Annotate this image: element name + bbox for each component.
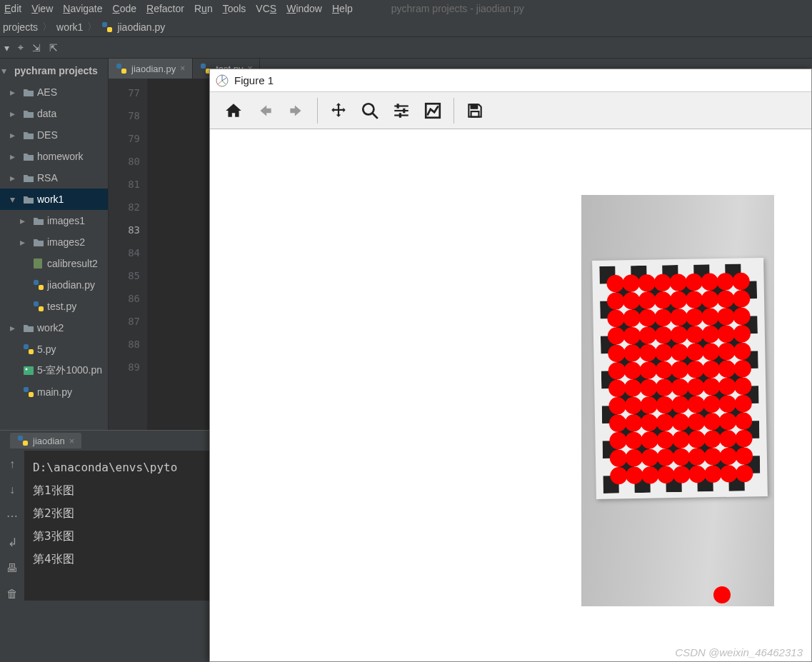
breadcrumb-root[interactable]: projects — [3, 21, 38, 33]
menu-tools[interactable]: Tools — [223, 3, 246, 14]
tree-item-homework[interactable]: ▸homework — [0, 146, 108, 167]
tree-root-label: pychram projects — [14, 65, 98, 76]
close-icon[interactable]: × — [69, 436, 75, 446]
folder-icon — [23, 323, 34, 333]
tree-label: work1 — [37, 194, 64, 205]
chevron-down-icon[interactable]: ▾ — [1, 65, 11, 76]
tree-item-work1[interactable]: ▾work1 — [0, 189, 108, 210]
svg-rect-4 — [39, 285, 44, 290]
forward-button[interactable] — [281, 96, 311, 126]
menu-code[interactable]: Code — [113, 3, 136, 14]
collapse-icon[interactable]: ⇱ — [49, 42, 58, 54]
svg-rect-18 — [23, 441, 28, 446]
figure-canvas[interactable]: CSDN @weixin_46462313 — [210, 129, 811, 661]
calibration-image — [581, 195, 774, 606]
zoom-button[interactable] — [355, 96, 385, 126]
svg-rect-29 — [471, 104, 478, 108]
menu-refactor[interactable]: Refactor — [146, 3, 184, 14]
tab-jiaodian[interactable]: jiaodian.py × — [109, 59, 193, 79]
menubar: Edit View Navigate Code Refactor Run Too… — [0, 0, 812, 17]
tree-item-data[interactable]: ▸data — [0, 103, 108, 124]
folder-icon — [23, 109, 34, 119]
chevron-icon[interactable]: ▸ — [10, 129, 20, 141]
soft-wrap-icon[interactable]: ↲ — [8, 536, 17, 549]
axes-button[interactable] — [418, 96, 448, 126]
chevron-icon[interactable]: ▸ — [10, 322, 20, 333]
save-button[interactable] — [460, 96, 490, 126]
separator — [317, 98, 318, 124]
tree-item-images1[interactable]: ▸images1 — [0, 210, 108, 231]
chevron-icon[interactable]: ▸ — [10, 172, 20, 184]
home-button[interactable] — [219, 96, 249, 126]
menu-window[interactable]: Window — [286, 3, 322, 14]
menu-navigate[interactable]: Navigate — [63, 3, 102, 14]
file-icon — [23, 344, 34, 354]
print-icon[interactable]: 🖶 — [6, 562, 18, 575]
breadcrumb-file[interactable]: jiaodian.py — [117, 21, 165, 33]
tree-item-RSA[interactable]: ▸RSA — [0, 167, 108, 189]
run-tab[interactable]: jiaodian × — [10, 433, 81, 448]
down-icon[interactable]: ↓ — [9, 483, 15, 496]
tree-item-DES[interactable]: ▸DES — [0, 124, 108, 146]
configure-button[interactable] — [386, 96, 416, 126]
tree-item-main-py[interactable]: main.py — [0, 381, 108, 403]
figure-window[interactable]: Figure 1 CSDN @weixin_46462313 — [209, 69, 812, 662]
tree-item-calibresult2[interactable]: calibresult2 — [0, 253, 108, 274]
run-gutter: ↑ ↓ ⋯ ↲ 🖶 🗑 — [0, 451, 24, 601]
tree-item-5-py[interactable]: 5.py — [0, 338, 108, 360]
back-button[interactable] — [250, 96, 280, 126]
project-toolbar: ▾ ⌖ ⇲ ⇱ — [0, 37, 812, 59]
svg-rect-13 — [116, 64, 121, 69]
close-icon[interactable]: × — [180, 64, 185, 74]
overflow-icon[interactable]: ⋯ — [6, 509, 18, 523]
svg-rect-6 — [39, 306, 44, 311]
svg-rect-23 — [394, 109, 408, 111]
project-tree[interactable]: ▾ pychram projects ▸AES▸data▸DES▸homewor… — [0, 59, 109, 430]
file-icon — [23, 387, 34, 397]
tree-label: test.py — [47, 301, 76, 312]
menu-run[interactable]: Run — [194, 3, 213, 14]
tree-item-test-py[interactable]: test.py — [0, 296, 108, 317]
chevron-down-icon[interactable]: ▾ — [4, 42, 9, 54]
file-icon — [33, 259, 44, 269]
locate-icon[interactable]: ⌖ — [18, 41, 24, 54]
menu-vcs[interactable]: VCS — [256, 3, 276, 14]
tree-item-work2[interactable]: ▸work2 — [0, 317, 108, 338]
up-icon[interactable]: ↑ — [9, 458, 15, 471]
chevron-icon[interactable]: ▸ — [20, 236, 30, 248]
svg-rect-14 — [121, 69, 126, 74]
menu-view[interactable]: View — [31, 3, 53, 14]
breadcrumb-dir[interactable]: work1 — [56, 21, 83, 33]
chevron-icon[interactable]: ▾ — [10, 194, 20, 205]
tree-item-images2[interactable]: ▸images2 — [0, 231, 108, 253]
chevron-icon[interactable]: ▸ — [10, 151, 20, 162]
folder-icon — [33, 237, 44, 247]
file-icon — [33, 280, 44, 290]
python-file-icon — [17, 435, 29, 446]
figure-toolbar — [210, 92, 811, 129]
pan-button[interactable] — [324, 96, 354, 126]
expand-icon[interactable]: ⇲ — [32, 42, 41, 54]
svg-point-20 — [363, 104, 374, 114]
menu-help[interactable]: Help — [332, 3, 353, 14]
figure-titlebar[interactable]: Figure 1 — [210, 69, 811, 92]
chevron-icon[interactable]: ▸ — [20, 215, 30, 226]
watermark: CSDN @weixin_46462313 — [675, 646, 803, 658]
chevron-icon: 〉 — [42, 21, 52, 34]
tree-label: calibresult2 — [47, 258, 98, 269]
tree-item-AES[interactable]: ▸AES — [0, 81, 108, 103]
tree-label: images2 — [47, 236, 85, 248]
tree-label: data — [37, 108, 56, 119]
tree-item-5-1000-pn[interactable]: 5-室外1000.pn — [0, 360, 108, 381]
line-gutter: 77787980818283848586878889 — [109, 79, 147, 430]
trash-icon[interactable]: 🗑 — [6, 588, 18, 601]
chevron-icon: 〉 — [87, 21, 97, 34]
run-tab-label: jiaodian — [33, 436, 65, 446]
chevron-icon[interactable]: ▸ — [10, 86, 20, 98]
tree-label: work2 — [37, 322, 64, 333]
tree-root[interactable]: ▾ pychram projects — [0, 60, 108, 81]
chevron-icon[interactable]: ▸ — [10, 108, 20, 119]
tree-item-jiaodian-py[interactable]: jiaodian.py — [0, 274, 108, 296]
menu-edit[interactable]: Edit — [4, 3, 21, 14]
svg-rect-0 — [102, 22, 107, 27]
